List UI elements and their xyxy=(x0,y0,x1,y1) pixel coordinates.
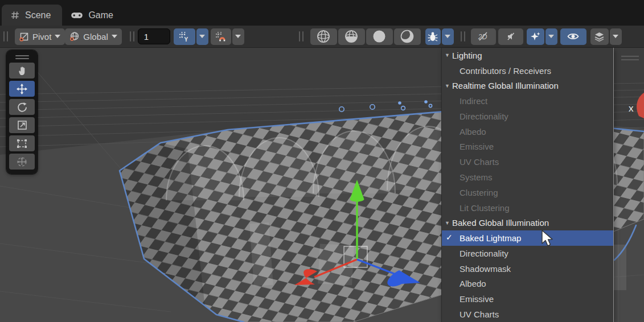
two-d-toggle-icon: 2D xyxy=(477,31,490,42)
menu-item-label: Directionality xyxy=(460,112,508,121)
menu-item-label: Shadowmask xyxy=(460,264,511,274)
menu-item-label: Emissive xyxy=(460,294,494,304)
tab-game[interactable]: Game xyxy=(62,5,125,26)
menu-item-emissive[interactable]: Emissive xyxy=(442,291,613,307)
menu-item-albedo[interactable]: Albedo xyxy=(442,124,613,139)
menu-item-label: UV Charts xyxy=(460,157,499,167)
effects-sparkle-icon xyxy=(530,31,541,42)
menu-item-label: Clustering xyxy=(460,188,498,197)
menu-item-contributors-receivers[interactable]: Contributors / Receivers xyxy=(442,63,613,79)
menu-item-uv-charts[interactable]: UV Charts xyxy=(442,154,613,170)
menu-item-label: Indirect xyxy=(460,96,487,106)
chevron-down-icon xyxy=(55,35,60,38)
collapse-triangle-icon[interactable]: ▼ xyxy=(445,220,452,226)
menu-item-indirect[interactable]: Indirect xyxy=(442,93,613,109)
overlay-handle-icon[interactable] xyxy=(15,55,29,59)
gizmos-toggle[interactable] xyxy=(590,28,609,45)
debug-draw-mode-dropdown[interactable] xyxy=(442,28,454,45)
scene-visibility-toggle[interactable] xyxy=(560,28,586,45)
menu-item-realtime-global-illumination[interactable]: ▼Realtime Global Illumination xyxy=(442,79,613,94)
menu-item-systems[interactable]: Systems xyxy=(442,170,613,185)
collapse-triangle-icon[interactable]: ▼ xyxy=(445,52,452,58)
shading-shaded-button[interactable] xyxy=(394,28,421,45)
pivot-icon xyxy=(19,32,29,42)
menu-item-baked-lightmap[interactable]: ✓Baked Lightmap xyxy=(442,230,613,246)
grid-size-field[interactable] xyxy=(138,28,170,44)
shading-wireframe-button[interactable] xyxy=(310,28,337,45)
rect-tool-button[interactable] xyxy=(9,135,35,151)
toolbar-drag-handle-icon[interactable] xyxy=(3,31,8,42)
menu-item-label: Emissive xyxy=(460,142,494,151)
snap-axis-label: Y xyxy=(184,36,188,42)
menu-item-shadowmask[interactable]: Shadowmask xyxy=(442,261,613,276)
hand-tool-button[interactable] xyxy=(9,63,35,79)
move-tool-button[interactable] xyxy=(9,81,35,97)
menu-item-directionality[interactable]: Directionality xyxy=(442,109,613,124)
shading-wireframe-icon xyxy=(316,29,331,44)
unity-editor-window: x Scene Game xyxy=(0,0,644,322)
tab-bar: Scene Game xyxy=(0,0,644,26)
shading-shaded-wireframe-icon xyxy=(344,29,359,44)
rotate-tool-button[interactable] xyxy=(9,99,35,115)
shading-unlit-icon xyxy=(372,29,387,44)
debug-bug-icon xyxy=(428,31,438,42)
transform-tool-button[interactable] xyxy=(9,154,35,170)
layers-gizmos-icon xyxy=(594,32,605,42)
effects-toggle[interactable] xyxy=(527,28,544,45)
tab-scene[interactable]: Scene xyxy=(2,5,62,26)
rect-tool-icon xyxy=(17,139,27,148)
menu-item-label: Lighting xyxy=(452,51,482,60)
toolbar-drag-handle-icon[interactable] xyxy=(130,31,134,42)
tab-scene-label: Scene xyxy=(25,10,51,20)
axis-x-label: x xyxy=(629,103,634,114)
game-gamepad-icon xyxy=(71,10,83,20)
effects-dropdown[interactable] xyxy=(545,28,557,45)
debug-draw-mode-button[interactable] xyxy=(425,28,441,45)
snap-increment-magnet-icon xyxy=(215,31,226,42)
chevron-down-icon xyxy=(445,35,450,38)
menu-item-label: Contributors / Receivers xyxy=(460,66,551,76)
2d-view-toggle[interactable]: 2D xyxy=(471,28,496,45)
toolbar-drag-handle-icon[interactable] xyxy=(299,31,303,42)
increment-snap-toggle[interactable] xyxy=(211,28,231,45)
toolbar-drag-handle-icon[interactable] xyxy=(461,31,465,42)
shading-shaded-icon xyxy=(400,29,415,44)
grid-snapping-dropdown[interactable] xyxy=(196,28,208,45)
pivot-mode-label: Pivot xyxy=(32,32,51,42)
tab-game-label: Game xyxy=(88,10,113,20)
menu-item-lit-clustering[interactable]: Lit Clustering xyxy=(442,200,613,216)
menu-item-uv-charts[interactable]: UV Charts xyxy=(442,307,613,322)
scene-visibility-eye-icon xyxy=(567,32,579,41)
menu-item-lighting[interactable]: ▼Lighting xyxy=(442,48,613,63)
gizmos-dropdown[interactable] xyxy=(610,28,622,45)
menu-item-albedo[interactable]: Albedo xyxy=(442,276,613,291)
scale-tool-button[interactable] xyxy=(9,117,35,133)
menu-item-label: Systems xyxy=(460,172,493,182)
rotate-tool-icon xyxy=(17,102,27,113)
tools-overlay xyxy=(6,50,38,174)
grid-snapping-toggle[interactable]: Y xyxy=(174,28,195,45)
menu-item-label: Albedo xyxy=(460,127,486,137)
menu-item-label: Directionality xyxy=(460,249,508,258)
handle-rotation-dropdown[interactable]: Global xyxy=(65,28,121,45)
shading-unlit-button[interactable] xyxy=(366,28,393,45)
collapse-triangle-icon[interactable]: ▼ xyxy=(445,83,452,89)
menu-item-clustering[interactable]: Clustering xyxy=(442,185,613,200)
menu-item-baked-global-illumination[interactable]: ▼Baked Global Illumination xyxy=(442,215,613,230)
menu-item-emissive[interactable]: Emissive xyxy=(442,139,613,155)
menu-item-label: Baked Lightmap xyxy=(460,233,521,243)
increment-snap-dropdown[interactable] xyxy=(232,28,244,45)
chevron-down-icon xyxy=(613,35,618,38)
menu-item-directionality[interactable]: Directionality xyxy=(442,246,613,261)
handle-rotation-label: Global xyxy=(83,32,108,42)
chevron-down-icon xyxy=(112,35,117,38)
move-tool-icon xyxy=(17,84,27,94)
pivot-mode-dropdown[interactable]: Pivot xyxy=(15,28,65,45)
hand-tool-icon xyxy=(17,65,27,76)
menu-item-label: UV Charts xyxy=(460,309,499,319)
global-icon xyxy=(69,31,80,42)
shading-shaded-wireframe-button[interactable] xyxy=(338,28,365,45)
audio-toggle[interactable] xyxy=(498,28,523,45)
scene-toolbar: Pivot Global Y xyxy=(0,26,644,48)
scene-grid-icon xyxy=(10,10,20,20)
